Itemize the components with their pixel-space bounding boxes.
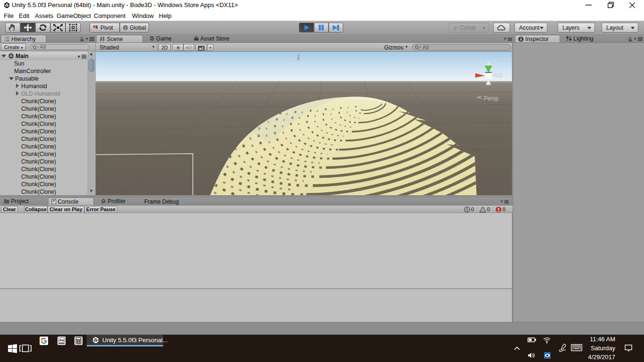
- svg-text:Persp: Persp: [484, 95, 499, 102]
- svg-text:Pivot: Pivot: [100, 25, 113, 31]
- svg-text:y: y: [487, 60, 490, 65]
- svg-text:x: x: [471, 74, 474, 78]
- svg-text:Global: Global: [130, 25, 146, 31]
